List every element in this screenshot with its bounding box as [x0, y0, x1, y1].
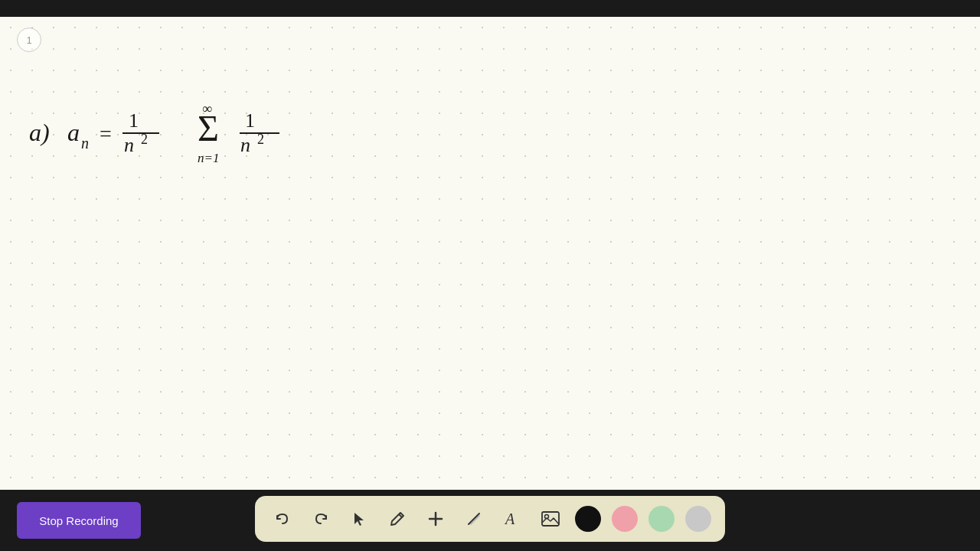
select-icon [351, 510, 368, 527]
svg-text:a: a [67, 119, 80, 146]
color-black-button[interactable] [575, 506, 601, 532]
svg-text:1: 1 [129, 109, 139, 132]
svg-text:n=1: n=1 [198, 151, 219, 165]
toolbar: A [255, 496, 725, 542]
screen: 1 a) a n = 1 n 2 Σ [0, 0, 980, 551]
add-icon [427, 510, 444, 527]
add-button[interactable] [422, 505, 449, 533]
bottom-bar: Stop Recording [0, 490, 980, 551]
svg-text:n: n [81, 135, 89, 152]
undo-button[interactable] [269, 505, 296, 533]
eraser-icon [466, 510, 482, 527]
color-gray-button[interactable] [685, 506, 711, 532]
image-icon [541, 510, 560, 527]
svg-text:=: = [100, 122, 112, 145]
math-content: a) a n = 1 n 2 Σ ∞ n=1 [23, 93, 345, 196]
svg-text:A: A [504, 510, 515, 527]
canvas-area[interactable]: 1 a) a n = 1 n 2 Σ [0, 17, 980, 490]
redo-icon [312, 510, 329, 527]
top-bar [0, 0, 980, 17]
stop-recording-button[interactable]: Stop Recording [17, 502, 141, 539]
svg-text:2: 2 [257, 132, 264, 147]
svg-line-19 [469, 514, 479, 524]
svg-text:∞: ∞ [202, 101, 212, 116]
undo-icon [274, 510, 291, 527]
pen-icon [389, 510, 406, 527]
math-svg: a) a n = 1 n 2 Σ ∞ n=1 [23, 93, 345, 193]
page-number: 1 [17, 28, 41, 52]
svg-text:1: 1 [245, 109, 255, 132]
svg-rect-22 [542, 512, 559, 526]
svg-text:n: n [240, 134, 250, 156]
image-button[interactable] [537, 505, 564, 533]
svg-text:a): a) [29, 119, 50, 146]
color-pink-button[interactable] [612, 506, 638, 532]
pen-button[interactable] [384, 505, 411, 533]
select-button[interactable] [345, 505, 373, 533]
color-green-button[interactable] [648, 506, 675, 532]
eraser-button[interactable] [460, 505, 488, 533]
svg-text:n: n [124, 134, 134, 156]
text-icon: A [504, 510, 521, 527]
svg-text:2: 2 [141, 132, 148, 147]
text-button[interactable]: A [498, 505, 526, 533]
svg-marker-15 [354, 513, 364, 526]
redo-button[interactable] [307, 505, 335, 533]
